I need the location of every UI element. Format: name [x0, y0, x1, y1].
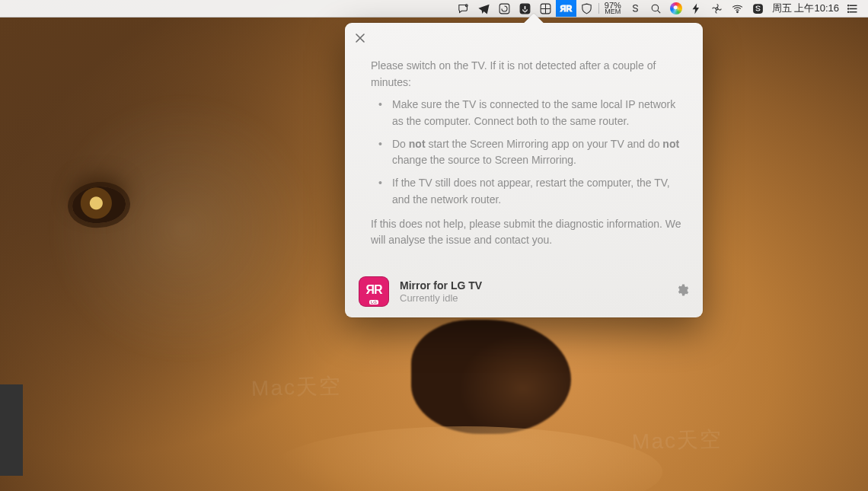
menubar-s-icon[interactable] — [625, 0, 646, 17]
instruction-item: Make sure the TV is connected to the sam… — [392, 97, 681, 129]
wallpaper-decoration — [71, 185, 126, 225]
svg-rect-1 — [499, 4, 509, 14]
menubar-clock[interactable]: 周五 上午10:16 — [768, 0, 843, 17]
menubar-wifi-icon[interactable] — [727, 0, 748, 17]
menubar: ЯR 97% MEM 周五 上午10:16 — [0, 0, 868, 18]
mirror-popover: Please switch on the TV. If it is not de… — [345, 23, 703, 317]
svg-text:ЯR: ЯR — [560, 4, 573, 13]
menubar-memory-indicator[interactable]: 97% MEM — [601, 0, 625, 17]
menubar-spiral-icon[interactable] — [494, 0, 515, 17]
watermark: Mac天空 — [631, 425, 723, 457]
svg-point-7 — [716, 8, 718, 10]
svg-point-10 — [847, 5, 848, 5]
menubar-fan-icon[interactable] — [707, 0, 727, 17]
svg-point-8 — [736, 11, 738, 12]
app-icon-badge: LG — [369, 300, 378, 304]
clock-text: 周五 上午10:16 — [772, 2, 839, 15]
settings-button[interactable] — [675, 283, 689, 300]
app-icon-glyph: ЯR — [365, 284, 381, 296]
left-edge-bar — [0, 384, 23, 476]
menubar-app-s-icon[interactable] — [748, 0, 768, 17]
instructions-list: Make sure the TV is connected to the sam… — [371, 97, 681, 208]
menubar-siri-icon[interactable] — [666, 0, 686, 17]
svg-point-6 — [652, 5, 659, 11]
menubar-shield-icon[interactable] — [576, 0, 597, 17]
popover-footer: ЯR LG Mirror for LG TV Currently idle — [345, 269, 703, 317]
menubar-spotlight-icon[interactable] — [646, 0, 666, 17]
menubar-notifications-icon[interactable] — [843, 0, 863, 17]
app-status: Currently idle — [400, 292, 665, 304]
svg-rect-3 — [524, 5, 526, 10]
svg-point-12 — [847, 11, 848, 12]
menubar-telegram-icon[interactable] — [474, 0, 494, 17]
memory-label: MEM — [605, 8, 621, 15]
wallpaper-decoration — [411, 320, 571, 434]
close-button[interactable] — [354, 32, 366, 44]
menubar-separator — [598, 3, 599, 14]
popover-body: Please switch on the TV. If it is not de… — [345, 23, 703, 269]
instructions-outro: If this does not help, please submit the… — [371, 216, 681, 249]
menubar-chat-icon[interactable] — [453, 0, 474, 17]
app-title: Mirror for LG TV — [400, 279, 665, 292]
menubar-grid-icon[interactable] — [535, 0, 556, 17]
instructions-intro: Please switch on the TV. If it is not de… — [371, 58, 681, 91]
instruction-item: If the TV still does not appear, restart… — [392, 175, 681, 208]
menubar-bolt-icon[interactable] — [686, 0, 707, 17]
menubar-mirror-app-icon[interactable]: ЯR — [556, 0, 576, 17]
wallpaper-decoration — [266, 426, 662, 491]
instruction-item: Do not start the Screen Mirroring app on… — [392, 136, 681, 169]
svg-point-11 — [847, 8, 848, 8]
app-icon: ЯR LG — [359, 276, 389, 307]
watermark: Mac天空 — [251, 371, 342, 403]
